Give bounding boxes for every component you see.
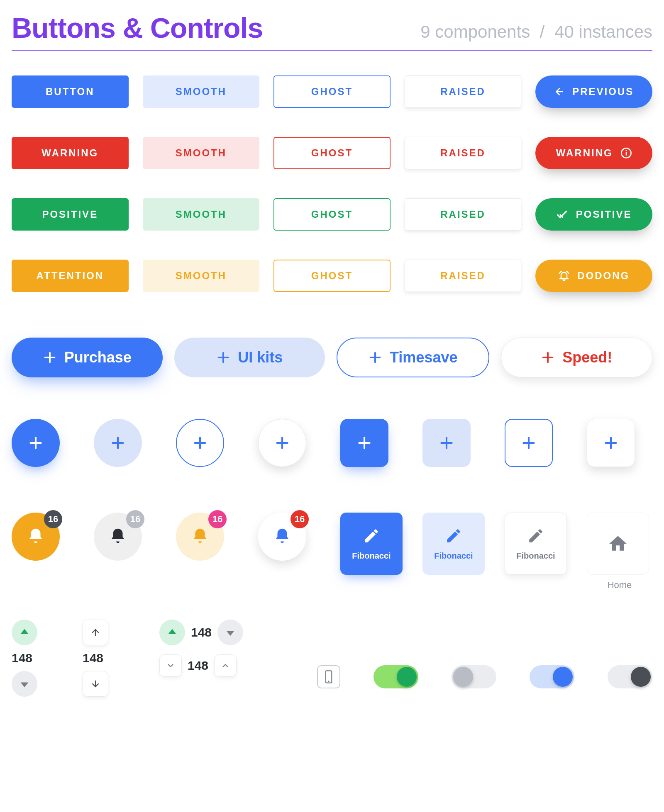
bell-fab-amber-solid[interactable]: 16 [12,513,60,561]
stepper-down-button[interactable] [83,671,108,697]
plus-icon [216,350,230,365]
device-icon[interactable] [317,665,340,688]
blue-solid-button[interactable]: BUTTON [12,75,129,108]
blue-smooth-button[interactable]: SMOOTH [143,75,260,108]
green-smooth-button[interactable]: SMOOTH [143,198,260,231]
stepper-up-button[interactable] [83,620,108,645]
stepper-down-button[interactable] [217,620,243,645]
button-label: SMOOTH [176,270,227,282]
stepper-up-button[interactable] [12,620,37,645]
red-ghost-button[interactable]: GHOST [273,137,391,169]
button-label: GHOST [311,209,353,220]
tile-fibonacci-raised[interactable]: Fibonacci [505,513,567,575]
button-label: RAISED [440,147,486,159]
button-label: GHOST [311,147,353,159]
amber-solid-button[interactable]: ATTENTION [12,260,129,292]
purchase-button[interactable]: Purchase [12,338,163,377]
red-raised-button[interactable]: RAISED [405,137,522,169]
toggle-knob [453,667,473,687]
bell-fab-amber-smooth[interactable]: 16 [176,513,224,561]
speed-button[interactable]: Speed! [501,338,653,377]
pencil-icon [363,527,380,545]
red-solid-button[interactable]: WARNING [12,137,129,169]
fab-circle-raised[interactable] [258,419,306,467]
bell-fab-gray-smooth[interactable]: 16 [94,513,142,561]
mixed-row: 16 16 16 16 Fibonacci Fibonacci Fibonacc… [12,513,652,591]
button-label: Timesave [390,349,457,366]
notification-badge: 16 [290,510,309,528]
bell-icon [26,527,45,546]
bell-icon [273,527,292,546]
tile-fibonacci-smooth[interactable]: Fibonacci [422,513,485,575]
big-pill-row: Purchase UI kits Timesave Speed! [12,338,652,377]
button-label: WARNING [556,147,613,159]
tile-fib-raised-wrap: Fibonacci [505,513,570,575]
bell-fab-white-raised[interactable]: 16 [258,513,306,561]
fab-square-raised[interactable] [587,419,635,467]
amber-dodong-pill-button[interactable]: DODONG [535,260,652,292]
amber-ghost-button[interactable]: GHOST [273,260,391,292]
info-circle-icon [620,147,632,159]
button-label: GHOST [311,270,353,282]
blue-previous-pill-button[interactable]: PREVIOUS [535,75,652,108]
red-smooth-button[interactable]: SMOOTH [143,137,260,169]
stepper-down-button[interactable] [12,671,37,697]
red-warning-pill-button[interactable]: WARNING [535,137,652,169]
meta-separator: / [540,22,545,41]
green-solid-button[interactable]: POSITIVE [12,198,129,231]
tile-fibonacci-solid[interactable]: Fibonacci [340,513,403,575]
stepper-block-b: 148 148 [159,620,292,677]
toggle-switch-on-green[interactable] [374,665,418,688]
fab-circle-smooth[interactable] [94,419,142,467]
notification-badge: 16 [126,510,144,528]
fab-square-ghost[interactable] [505,419,553,467]
check-double-icon [556,208,569,221]
stepper-increment-button[interactable] [214,654,237,677]
toggle-switch-on-blue[interactable] [530,665,574,688]
button-label: RAISED [440,86,486,97]
fab-circle-solid[interactable] [12,419,60,467]
green-raised-button[interactable]: RAISED [405,198,522,231]
components-count: 9 components [420,22,530,41]
stepper-up-button[interactable] [159,620,185,645]
button-label: POSITIVE [42,209,98,220]
arrow-left-icon [554,86,565,97]
amber-smooth-button[interactable]: SMOOTH [143,260,260,292]
button-variants-grid: BUTTON SMOOTH GHOST RAISED PREVIOUS WARN… [12,75,652,292]
button-label: RAISED [440,270,486,282]
stepper-decrement-button[interactable] [159,654,182,677]
green-positive-pill-button[interactable]: POSITIVE [535,198,652,231]
tile-home[interactable] [587,513,649,575]
tile-home-caption: Home [587,580,652,591]
blue-ghost-button[interactable]: GHOST [273,75,391,108]
toggle-switch-off[interactable] [452,665,496,688]
fab-square-smooth[interactable] [422,419,471,467]
svg-point-3 [625,150,627,151]
button-label: DODONG [577,270,630,282]
stepper-value: 148 [191,625,212,639]
button-label: Purchase [64,349,132,366]
toggle-switch-on-dark[interactable] [608,665,652,688]
blue-raised-button[interactable]: RAISED [405,75,522,108]
plus-icon [368,350,382,365]
toggles-row [307,620,652,697]
fab-square-solid[interactable] [340,419,388,467]
button-label: BUTTON [46,86,95,97]
amber-raised-button[interactable]: RAISED [405,260,522,292]
button-label: GHOST [311,86,353,97]
fab-circle-ghost[interactable] [176,419,224,467]
button-label: RAISED [440,209,486,220]
toggle-knob [553,667,573,687]
button-label: Speed! [562,349,612,366]
green-ghost-button[interactable]: GHOST [273,198,391,231]
bottom-row: 148 148 148 148 [12,620,652,697]
stepper-value: 148 [12,651,73,665]
button-label: SMOOTH [176,147,227,159]
button-label: WARNING [42,147,98,159]
plus-icon [43,350,57,365]
timesave-button[interactable]: Timesave [337,338,489,377]
stepper-block-a: 148 148 [12,620,144,697]
uikits-button[interactable]: UI kits [174,338,325,377]
bell-icon [108,527,127,546]
instances-count: 40 instances [554,22,652,41]
